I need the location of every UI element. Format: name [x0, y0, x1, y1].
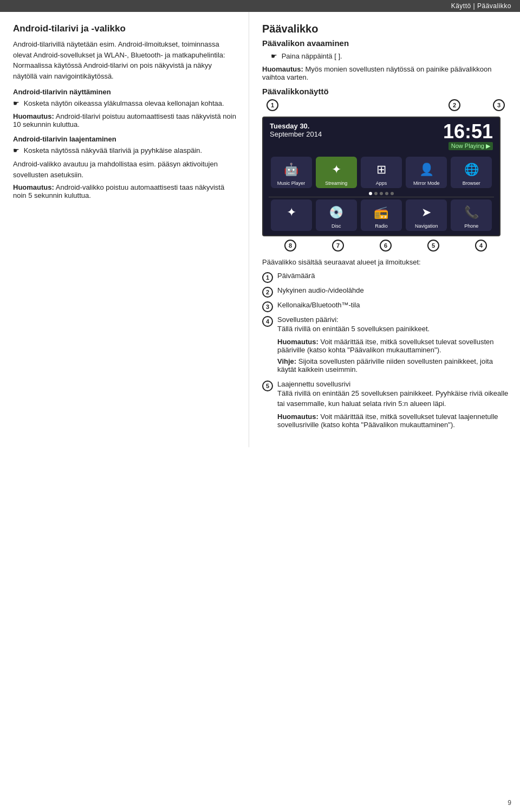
- dot-4: [385, 192, 388, 195]
- item-5-content: Laajennettu sovellusrivi Tällä rivillä o…: [277, 380, 509, 432]
- navigation-icon: ➤: [418, 204, 435, 221]
- screen-month-year: September 2014: [270, 130, 322, 138]
- disc-label: Disc: [332, 223, 341, 229]
- screen-btn-phone[interactable]: 📞 Phone: [451, 199, 492, 231]
- right-section1-title: Päävalikon avaaminen: [262, 38, 509, 48]
- num-circle-1: 1: [262, 272, 273, 283]
- streaming-label: Streaming: [325, 181, 347, 186]
- subsec1-finger: ☛ Kosketa näytön oikeassa yläkulmassa ol…: [13, 98, 238, 109]
- disc-icon: 💿: [328, 204, 345, 221]
- screen-dots: [263, 190, 499, 197]
- callout-6: 6: [380, 240, 392, 252]
- screen-btn-radio[interactable]: 📻 Radio: [361, 199, 402, 231]
- header-title: Käyttö | Päävalikko: [451, 2, 511, 10]
- num-circle-2: 2: [262, 287, 273, 298]
- radio-label: Radio: [375, 223, 388, 229]
- screen-btn-bt[interactable]: ✦: [271, 199, 312, 231]
- page-footer: 9: [508, 799, 511, 807]
- num-circle-3: 3: [262, 301, 273, 312]
- section1-finger: ☛ Paina näppäintä [ ].: [271, 51, 509, 62]
- screen-now-playing: Now Playing ▶: [448, 142, 493, 150]
- screen-time-num: 16:51: [443, 122, 493, 141]
- paavalikon-avaaminen-section: Päävalikon avaaminen ☛ Paina näppäintä […: [262, 38, 509, 81]
- list-item-1: 1 Päivämäärä: [262, 272, 509, 283]
- callout-2: 2: [448, 99, 460, 111]
- bottom-callouts: 8 7 6 5 4: [262, 240, 509, 252]
- dot-3: [380, 192, 383, 195]
- navigation-label: Navigation: [415, 223, 438, 229]
- screen-date: Tuesday 30. September 2014: [270, 122, 322, 138]
- left-intro: Android-tilarivillä näytetään esim. Andr…: [13, 39, 238, 81]
- right-main-title: Päävalikko: [262, 23, 509, 35]
- num-circle-4: 4: [262, 316, 273, 327]
- streaming-icon: ✦: [328, 161, 345, 178]
- callout-8: 8: [284, 240, 296, 252]
- mirrormode-label: Mirror Mode: [413, 181, 440, 186]
- dot-5: [391, 192, 394, 195]
- left-column: Android-tilarivi ja -valikko Android-til…: [0, 12, 249, 447]
- callout-1: 1: [266, 99, 278, 111]
- section1-note: Huomautus: Myös monien sovellusten näytö…: [262, 65, 509, 81]
- list-intro: Päävalikko sisältää seuraavat alueet ja …: [262, 257, 509, 268]
- screen-top-icons-row[interactable]: 🤖 Music Player ✦ Streaming ⊞ Apps 👤 Mirr…: [263, 152, 499, 190]
- phone-icon: 📞: [463, 204, 480, 221]
- finger-icon-2: ☛: [13, 145, 20, 156]
- screen-day-label: Tuesday 30.: [270, 122, 322, 130]
- list-item-4: 4 Sovellusten päärivi: Tällä rivillä on …: [262, 315, 509, 377]
- right-column: Päävalikko Päävalikon avaaminen ☛ Paina …: [249, 12, 520, 447]
- item-1-content: Päivämäärä: [277, 272, 509, 280]
- list-item-2: 2 Nykyinen audio-/videolähde: [262, 286, 509, 298]
- top-callouts: 1 2 3: [262, 99, 509, 111]
- subsec2-extra: Android-valikko avautuu ja mahdollistaa …: [13, 159, 238, 180]
- item-2-content: Nykyinen audio-/videolähde: [277, 286, 509, 294]
- subsec2-title: Android-tilarivin laajentaminen: [13, 135, 238, 143]
- screen-time: 16:51 Now Playing ▶: [443, 122, 493, 150]
- callout-3: 3: [493, 99, 505, 111]
- page-number: 9: [508, 799, 511, 807]
- callout-5: 5: [427, 240, 439, 252]
- apps-label: Apps: [376, 181, 387, 186]
- dot-2: [374, 192, 378, 195]
- item-4-body: Tällä rivillä on enintään 5 sovelluksen …: [277, 324, 509, 334]
- browser-icon: 🌐: [463, 161, 480, 178]
- numbered-list: 1 Päivämäärä 2 Nykyinen audio-/videolähd…: [262, 272, 509, 432]
- device-screen: Tuesday 30. September 2014 16:51 Now Pla…: [262, 117, 500, 236]
- screen-btn-musicplayer[interactable]: 🤖 Music Player: [271, 157, 312, 188]
- screen-btn-streaming[interactable]: ✦ Streaming: [316, 157, 357, 188]
- item-5-note: Huomautus: Voit määrittää itse, mitkä so…: [277, 413, 509, 429]
- item-5-title: Laajennettu sovellusrivi: [277, 380, 350, 388]
- screen-bottom-icons-row[interactable]: ✦ 💿 Disc 📻 Radio ➤ Navigation 📞 Ph: [263, 197, 499, 235]
- item-3-content: Kellonaika/Bluetooth™-tila: [277, 301, 509, 309]
- subsec1-title: Android-tilarivin näyttäminen: [13, 88, 238, 96]
- callout-4: 4: [475, 240, 487, 252]
- item-4-note: Huomautus: Voit määrittää itse, mitkä so…: [277, 338, 509, 354]
- screen-btn-apps[interactable]: ⊞ Apps: [361, 157, 402, 188]
- item-5-body: Tällä rivillä on enintään 25 sovelluksen…: [277, 388, 509, 409]
- screen-btn-navigation[interactable]: ➤ Navigation: [406, 199, 447, 231]
- list-item-3: 3 Kellonaika/Bluetooth™-tila: [262, 301, 509, 312]
- item-4-tip: Vihje: Sijoita sovellusten pääriville ni…: [277, 357, 509, 373]
- radio-icon: 📻: [373, 204, 390, 221]
- list-item-5: 5 Laajennettu sovellusrivi Tällä rivillä…: [262, 380, 509, 432]
- subsec2-finger: ☛ Kosketa näytössä näkyvää tilariviä ja …: [13, 145, 238, 156]
- screen-section-title: Päävalikkonäyttö: [262, 87, 509, 96]
- subsec1-note: Huomautus: Android-tilarivi poistuu auto…: [13, 112, 238, 128]
- finger-icon-1: ☛: [13, 98, 20, 109]
- num-circle-5: 5: [262, 381, 273, 391]
- phone-label: Phone: [464, 223, 478, 229]
- screen-btn-browser[interactable]: 🌐 Browser: [451, 157, 492, 188]
- musicplayer-icon: 🤖: [283, 161, 300, 178]
- browser-label: Browser: [463, 181, 480, 186]
- screen-btn-disc[interactable]: 💿 Disc: [316, 199, 357, 231]
- musicplayer-label: Music Player: [277, 181, 306, 186]
- mirrormode-icon: 👤: [418, 161, 435, 178]
- item-4-title: Sovellusten päärivi:: [277, 315, 339, 324]
- page-content: Android-tilarivi ja -valikko Android-til…: [0, 12, 520, 447]
- header-bar: Käyttö | Päävalikko: [0, 0, 520, 12]
- left-main-title: Android-tilarivi ja -valikko: [13, 23, 238, 35]
- item-4-content: Sovellusten päärivi: Tällä rivillä on en…: [277, 315, 509, 377]
- callout-7: 7: [332, 240, 344, 252]
- subsec2-note: Huomautus: Android-valikko poistuu autom…: [13, 183, 238, 199]
- bt-icon: ✦: [283, 204, 300, 221]
- screen-btn-mirrormode[interactable]: 👤 Mirror Mode: [406, 157, 447, 188]
